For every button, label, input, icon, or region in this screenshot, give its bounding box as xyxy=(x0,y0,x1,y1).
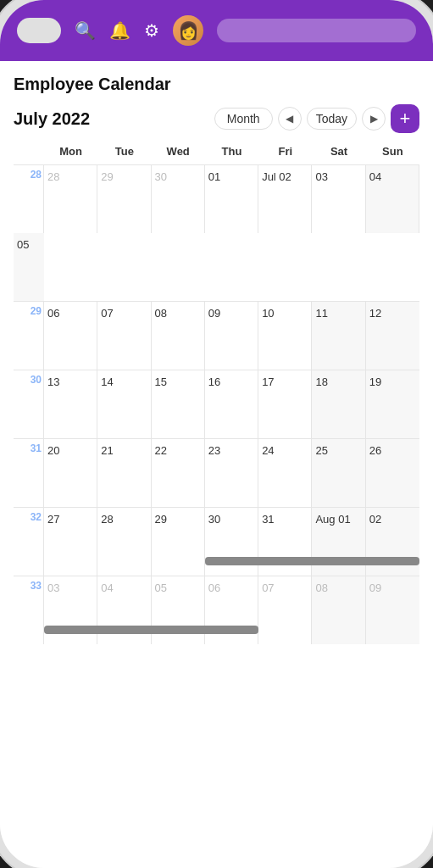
week-number: 31 xyxy=(14,439,44,507)
day-cell[interactable]: 20 xyxy=(44,439,97,507)
day-cell[interactable]: 15 xyxy=(152,370,205,438)
day-cell[interactable]: 06 xyxy=(205,576,258,644)
day-cell[interactable]: 03 xyxy=(44,576,97,644)
week-row: 33 03 04 05 06 07 08 09 xyxy=(14,576,419,644)
day-cell[interactable]: 04 xyxy=(97,576,151,644)
day-cell[interactable]: 16 xyxy=(205,370,258,438)
week-row: 29 06 07 08 09 10 11 12 xyxy=(14,301,419,370)
day-cell[interactable]: 05 xyxy=(14,233,44,301)
day-cell[interactable]: 08 xyxy=(152,302,205,370)
day-cell[interactable]: 02 xyxy=(366,508,419,576)
week-row: 31 20 21 22 23 24 25 26 xyxy=(14,438,419,507)
calendar-rows: 28 28 29 30 01 Jul 02 03 04 05 29 06 07 … xyxy=(14,164,419,644)
top-bar: 🔍 🔔 ⚙ 👩 xyxy=(0,0,433,61)
day-cell[interactable]: 28 xyxy=(97,508,151,576)
day-cell[interactable]: 08 xyxy=(312,576,365,644)
day-cell[interactable]: 17 xyxy=(258,370,312,438)
day-cell[interactable]: 09 xyxy=(366,576,419,644)
day-cell[interactable]: 29 xyxy=(97,165,151,233)
calendar-content: Employee Calendar July 2022 Month ◀ Toda… xyxy=(0,61,433,868)
day-cell[interactable]: 07 xyxy=(97,302,151,370)
next-button[interactable]: ▶ xyxy=(362,107,386,131)
prev-button[interactable]: ◀ xyxy=(278,107,302,131)
day-header-sat: Sat xyxy=(312,145,365,161)
search-icon[interactable]: 🔍 xyxy=(75,20,96,41)
week-number: 28 xyxy=(14,165,44,233)
day-cell[interactable]: 29 xyxy=(152,508,205,576)
page-title: Employee Calendar xyxy=(14,75,419,94)
day-cell[interactable]: 27 xyxy=(44,508,97,576)
day-cell[interactable]: 31 xyxy=(258,508,312,576)
week-row: 32 27 28 29 30 31 Aug 01 02 xyxy=(14,507,419,576)
week-number: 33 xyxy=(14,576,44,644)
day-header-tue: Tue xyxy=(97,145,151,161)
day-header-mon: Mon xyxy=(44,145,97,161)
day-cell[interactable]: 25 xyxy=(312,439,365,507)
day-cell[interactable]: 09 xyxy=(205,302,258,370)
header-controls: Month ◀ Today ▶ + xyxy=(214,104,419,133)
gear-icon[interactable]: ⚙ xyxy=(144,20,159,41)
day-cell[interactable]: 23 xyxy=(205,439,258,507)
calendar-grid: Mon Tue Wed Thu Fri Sat Sun 28 28 29 30 … xyxy=(14,145,419,644)
day-header-wed: Wed xyxy=(152,145,205,161)
week-row: 28 28 29 30 01 Jul 02 03 04 05 xyxy=(14,164,419,301)
day-cell[interactable]: 03 xyxy=(312,165,365,233)
day-cell[interactable]: 01 xyxy=(205,165,258,233)
avatar[interactable]: 👩 xyxy=(173,15,203,46)
event-bar xyxy=(44,626,258,634)
bell-icon[interactable]: 🔔 xyxy=(109,20,130,41)
phone-shell: 🔍 🔔 ⚙ 👩 Employee Calendar July 2022 Mont… xyxy=(0,0,433,868)
day-cell[interactable]: 24 xyxy=(258,439,312,507)
day-cell[interactable]: 10 xyxy=(258,302,312,370)
day-headers: Mon Tue Wed Thu Fri Sat Sun xyxy=(14,145,419,161)
day-header-sun: Sun xyxy=(366,145,419,161)
day-cell[interactable]: 11 xyxy=(312,302,365,370)
day-cell[interactable]: 30 xyxy=(152,165,205,233)
week-number: 29 xyxy=(14,302,44,370)
day-cell[interactable]: 18 xyxy=(312,370,365,438)
day-header-thu: Thu xyxy=(205,145,258,161)
day-cell[interactable]: 07 xyxy=(258,576,312,644)
day-cell[interactable]: 26 xyxy=(366,439,419,507)
day-cell[interactable]: Aug 01 xyxy=(312,508,365,576)
toggle-pill[interactable] xyxy=(17,18,61,43)
day-cell[interactable]: 28 xyxy=(44,165,97,233)
day-cell[interactable]: 04 xyxy=(366,165,419,233)
day-cell[interactable]: 05 xyxy=(152,576,205,644)
day-cell[interactable]: 12 xyxy=(366,302,419,370)
add-event-button[interactable]: + xyxy=(391,104,419,133)
month-view-button[interactable]: Month xyxy=(214,108,273,130)
week-row: 30 13 14 15 16 17 18 19 xyxy=(14,370,419,438)
day-cell[interactable]: 22 xyxy=(152,439,205,507)
month-year: July 2022 xyxy=(14,109,90,129)
day-cell[interactable]: 21 xyxy=(97,439,151,507)
search-bar[interactable] xyxy=(217,19,416,42)
calendar-header: July 2022 Month ◀ Today ▶ + xyxy=(14,104,419,133)
week-number: 32 xyxy=(14,508,44,576)
day-cell[interactable]: Jul 02 xyxy=(258,165,312,233)
week-num-header xyxy=(14,145,44,161)
day-cell[interactable]: 30 xyxy=(205,508,258,576)
day-cell[interactable]: 13 xyxy=(44,370,97,438)
event-bar xyxy=(205,557,419,565)
day-cell[interactable]: 14 xyxy=(97,370,151,438)
day-cell[interactable]: 19 xyxy=(366,370,419,438)
day-header-fri: Fri xyxy=(258,145,312,161)
week-number: 30 xyxy=(14,370,44,438)
today-button[interactable]: Today xyxy=(307,108,357,130)
day-cell[interactable]: 06 xyxy=(44,302,97,370)
